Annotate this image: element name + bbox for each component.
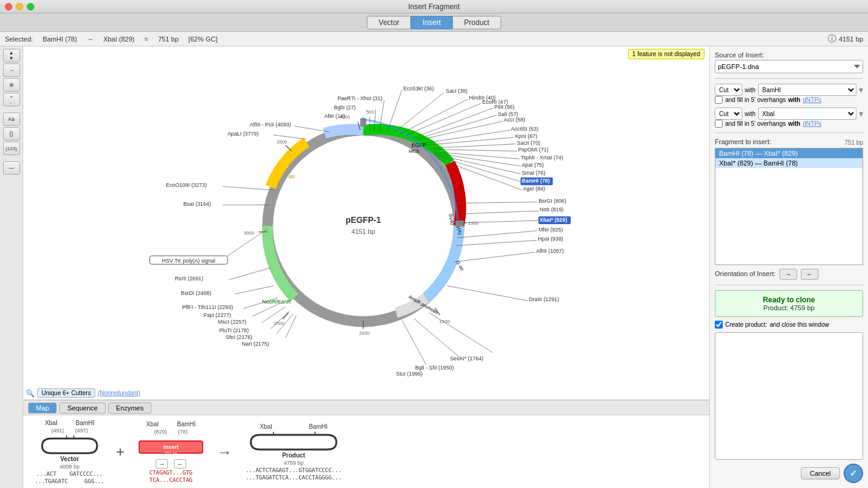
label-psti: PstI (56) <box>494 104 515 110</box>
fragment-section: Fragment to insert: 751 bp BamHI (78) — … <box>715 138 863 265</box>
insert-bamhi-pos: (78) <box>178 429 188 435</box>
cut2-type-select[interactable]: Cut <box>715 107 742 120</box>
sidebar-btn-1[interactable]: ▲▼ <box>3 49 20 62</box>
cut1-enzyme-select[interactable]: BamHI <box>758 84 856 96</box>
sidebar-btn-5[interactable]: Aa <box>3 112 20 126</box>
tick-3500-label: 3500 <box>277 139 288 145</box>
line-bsrgi <box>456 202 537 203</box>
line-nari <box>286 316 297 338</box>
cut1-type-select[interactable]: Cut <box>715 84 742 96</box>
label-agei: AgeI (84) <box>523 186 545 192</box>
orient-rev-btn[interactable]: ← <box>801 269 819 280</box>
window-title: Insert Fragment <box>408 2 460 11</box>
unique-cutters-label[interactable]: Unique 6+ Cutters <box>37 388 95 398</box>
sidebar-btn-7[interactable]: (123) <box>3 142 20 155</box>
source-select[interactable]: pEGFP-1.dna <box>715 60 863 73</box>
equals-info: = <box>145 35 148 43</box>
vector-labels-top: XbaI BamHI <box>45 420 94 426</box>
sidebar-btn-4[interactable]: +- <box>3 93 20 106</box>
cut1-section: Cut with BamHI ▾ and fill in 5' overhang… <box>715 84 863 104</box>
cut2-enzyme-select[interactable]: XbaI <box>758 107 856 120</box>
insert-fwd-btn[interactable]: → <box>156 459 168 468</box>
tick-1500-label: 1500 <box>439 319 450 324</box>
create-checkbox[interactable] <box>715 321 723 329</box>
bottom-controls: 🔍 Unique 6+ Cutters (Nonredundant) <box>26 388 140 398</box>
fragment-item-2[interactable]: XbaI* (829) — BamHI (78) <box>715 158 863 168</box>
confirm-btn[interactable]: ✓ <box>844 464 863 483</box>
insert-rev-btn[interactable]: ← <box>174 459 186 468</box>
nonredundant-label[interactable]: (Nonredundant) <box>98 390 140 396</box>
vector-shape-svg <box>33 435 106 457</box>
label-saci: SacI (38) <box>446 88 468 94</box>
product-bp-label: 4759 bp <box>284 460 304 466</box>
label-acci: AccI (58) <box>504 117 525 123</box>
with1-label: with <box>745 87 756 93</box>
xbai-marker <box>455 220 464 227</box>
tab-product[interactable]: Product <box>452 16 501 29</box>
product-seq-top: ...ACTCTAGAGT...GTGGATCCCC... <box>245 467 341 473</box>
on-feature <box>270 142 306 187</box>
fragment-header: Fragment to insert: 751 bp <box>715 138 863 147</box>
sidebar-btn-6[interactable]: {} <box>3 127 20 140</box>
line-mfei <box>457 231 537 238</box>
line-sali <box>416 115 496 139</box>
divider-2 <box>715 133 863 133</box>
tab-insert[interactable]: Insert <box>411 16 452 29</box>
label-pflfi: PflFI - Tth111I (2293) <box>182 304 233 310</box>
sidebar-btn-3[interactable]: ⊕ <box>3 78 20 92</box>
search-icon[interactable]: 🔍 <box>26 389 35 398</box>
label-sexai: SexAI* (1764) <box>450 355 483 362</box>
mcs-label: MCS <box>409 148 419 154</box>
gc-info: [62% GC] <box>189 35 218 43</box>
dntps2-link[interactable]: dNTPs <box>803 120 822 127</box>
label-tspmi: TspMI - XmaI (74) <box>521 155 563 161</box>
insert-xbai-pos: (829) <box>154 429 167 435</box>
product-name-input[interactable]: Yiplac204-AC-EGFP.dna <box>715 332 863 461</box>
label-afliii-r: AflIII (1057) <box>536 248 564 254</box>
fragment-item-1[interactable]: BamHI (78) — XbaI* (829) <box>715 148 863 158</box>
with2-label: with <box>745 111 756 117</box>
orient-fwd-btn[interactable]: → <box>779 269 797 280</box>
close-button[interactable] <box>5 3 12 10</box>
info-bar: Selected: BamHI (78) → XbaI (829) = 751 … <box>0 32 868 46</box>
label-pluti: PluTI (2178) <box>219 327 248 333</box>
tab-vector[interactable]: Vector <box>367 16 411 29</box>
vector-xbai-pos: (491) <box>51 428 64 434</box>
cut2-section: Cut with XbaI ▾ and fill in 5' overhangs… <box>715 107 863 128</box>
tab-sequence[interactable]: Sequence <box>59 402 106 413</box>
minimize-button[interactable] <box>16 3 23 10</box>
tab-map[interactable]: Map <box>28 402 57 413</box>
cut1-dropdown-icon[interactable]: ▾ <box>859 85 863 95</box>
label-afei: AfeI (14) <box>324 113 345 119</box>
sidebar-btn-8[interactable]: — <box>3 161 20 175</box>
fill2-checkbox[interactable] <box>715 120 723 128</box>
label-ecoo109i: EcoO109I (3273) <box>166 182 207 188</box>
mcs-feature <box>324 129 363 133</box>
neor-label: NeoR/KanR <box>262 299 291 305</box>
maximize-button[interactable] <box>27 3 34 10</box>
plasmid-bp: 4151 bp <box>352 228 375 235</box>
close-label: and close this window <box>770 321 829 328</box>
product-bamhi-label: BamHI <box>309 423 328 430</box>
plasmid-name: pEGFP-1 <box>345 216 381 225</box>
fill1-checkbox[interactable] <box>715 96 723 104</box>
source-section: Source of Insert: pEGFP-1.dna <box>715 51 863 73</box>
map-area[interactable]: 1 feature is not displayed <box>23 46 709 399</box>
line-psti <box>413 108 493 138</box>
label-bsai: BsaI (3164) <box>183 201 211 207</box>
fragment-list[interactable]: BamHI (78) — XbaI* (829) XbaI* (829) — B… <box>715 148 863 265</box>
orientation-section: Orientation of Insert: → ← <box>715 269 863 280</box>
cut2-dropdown-icon[interactable]: ▾ <box>859 109 863 118</box>
with-dntps1: with <box>788 97 800 103</box>
line-ecori <box>407 103 481 135</box>
label-apali: ApaLI (3779) <box>228 131 259 137</box>
tick-2500-label: 2500 <box>273 321 284 326</box>
dntps1-link[interactable]: dNTPs <box>803 97 822 103</box>
tab-enzymes[interactable]: Enzymes <box>108 402 151 413</box>
line-sacii <box>429 144 516 148</box>
sidebar-btn-2[interactable]: → <box>3 64 20 77</box>
line-noti <box>458 211 538 214</box>
cancel-btn[interactable]: Cancel <box>801 467 840 479</box>
vector-xbai-label: XbaI <box>45 420 57 426</box>
create-label: Create product: <box>725 321 767 328</box>
